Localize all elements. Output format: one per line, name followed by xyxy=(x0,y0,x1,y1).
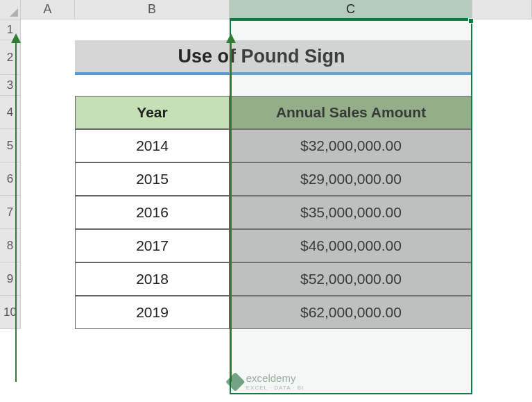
sales-cell[interactable]: $62,000,000.00 xyxy=(230,296,472,329)
header-sales[interactable]: Annual Sales Amount xyxy=(230,96,472,129)
cell-a4[interactable] xyxy=(21,96,75,129)
row-header-2[interactable]: 2 xyxy=(0,40,21,75)
sales-cell[interactable]: $35,000,000.00 xyxy=(230,196,472,229)
cell-d8[interactable] xyxy=(472,229,532,262)
row-2: 2 Use o f Pound Sign xyxy=(0,40,532,75)
column-headers-row: A B C xyxy=(0,0,532,19)
cell-d10[interactable] xyxy=(472,296,532,329)
row-5: 5 2014 $32,000,000.00 xyxy=(0,129,532,162)
cell-d3[interactable] xyxy=(472,75,532,96)
row-3: 3 xyxy=(0,75,532,96)
cell-a8[interactable] xyxy=(21,229,75,262)
sales-cell[interactable]: $32,000,000.00 xyxy=(230,129,472,162)
cell-a10[interactable] xyxy=(21,296,75,329)
year-cell[interactable]: 2019 xyxy=(75,296,230,329)
cell-a5[interactable] xyxy=(21,129,75,162)
watermark-logo-icon xyxy=(225,371,245,391)
cell-d7[interactable] xyxy=(472,196,532,229)
watermark-brand: exceldemy xyxy=(246,372,296,384)
year-cell[interactable]: 2014 xyxy=(75,129,230,162)
title-text-part1: Use o xyxy=(178,46,229,67)
row-header-10[interactable]: 10 xyxy=(0,296,21,329)
title-right[interactable]: f Pound Sign xyxy=(230,40,472,75)
cell-b1[interactable] xyxy=(75,19,230,40)
row-header-7[interactable]: 7 xyxy=(0,196,21,229)
select-all-corner[interactable] xyxy=(0,0,21,19)
cell-d6[interactable] xyxy=(472,162,532,196)
cell-d1[interactable] xyxy=(472,19,532,40)
cell-d5[interactable] xyxy=(472,129,532,162)
column-header-d[interactable] xyxy=(472,0,532,19)
cell-a7[interactable] xyxy=(21,196,75,229)
row-6: 6 2015 $29,000,000.00 xyxy=(0,162,532,196)
row-9: 9 2018 $52,000,000.00 xyxy=(0,262,532,296)
row-header-6[interactable]: 6 xyxy=(0,162,21,196)
cell-d2[interactable] xyxy=(472,40,532,75)
row-header-4[interactable]: 4 xyxy=(0,96,21,129)
row-header-8[interactable]: 8 xyxy=(0,229,21,262)
watermark-tagline: EXCEL · DATA · BI xyxy=(246,385,304,391)
title-text-part2: f Pound Sign xyxy=(230,46,345,67)
row-header-9[interactable]: 9 xyxy=(0,262,21,296)
row-1: 1 xyxy=(0,19,532,40)
cell-b3[interactable] xyxy=(75,75,230,96)
cell-a3[interactable] xyxy=(21,75,75,96)
year-cell[interactable]: 2018 xyxy=(75,262,230,296)
row-8: 8 2017 $46,000,000.00 xyxy=(0,229,532,262)
column-header-c[interactable]: C xyxy=(230,0,472,19)
cell-a9[interactable] xyxy=(21,262,75,296)
sales-cell[interactable]: $52,000,000.00 xyxy=(230,262,472,296)
cell-c3[interactable] xyxy=(230,75,472,96)
cell-d4[interactable] xyxy=(472,96,532,129)
watermark: exceldemy EXCEL · DATA · BI xyxy=(228,372,304,391)
column-header-a[interactable]: A xyxy=(21,0,75,19)
year-cell[interactable]: 2017 xyxy=(75,229,230,262)
cell-a2[interactable] xyxy=(21,40,75,75)
sales-cell[interactable]: $29,000,000.00 xyxy=(230,162,472,196)
column-header-b[interactable]: B xyxy=(75,0,230,19)
row-header-3[interactable]: 3 xyxy=(0,75,21,96)
cell-a6[interactable] xyxy=(21,162,75,196)
guide-line-right xyxy=(230,42,232,382)
row-10: 10 2019 $62,000,000.00 xyxy=(0,296,532,329)
row-header-5[interactable]: 5 xyxy=(0,129,21,162)
guide-line-left xyxy=(15,42,17,382)
header-year[interactable]: Year xyxy=(75,96,230,129)
cell-d9[interactable] xyxy=(472,262,532,296)
watermark-text-block: exceldemy EXCEL · DATA · BI xyxy=(246,372,304,391)
year-cell[interactable]: 2015 xyxy=(75,162,230,196)
cell-a1[interactable] xyxy=(21,19,75,40)
year-cell[interactable]: 2016 xyxy=(75,196,230,229)
row-4: 4 Year Annual Sales Amount xyxy=(0,96,532,129)
spreadsheet: A B C 1 2 Use o f Pound Sign Use of Poun… xyxy=(0,0,532,402)
row-7: 7 2016 $35,000,000.00 xyxy=(0,196,532,229)
cell-c1[interactable] xyxy=(230,19,472,40)
sales-cell[interactable]: $46,000,000.00 xyxy=(230,229,472,262)
title-left[interactable]: Use o xyxy=(75,40,230,75)
